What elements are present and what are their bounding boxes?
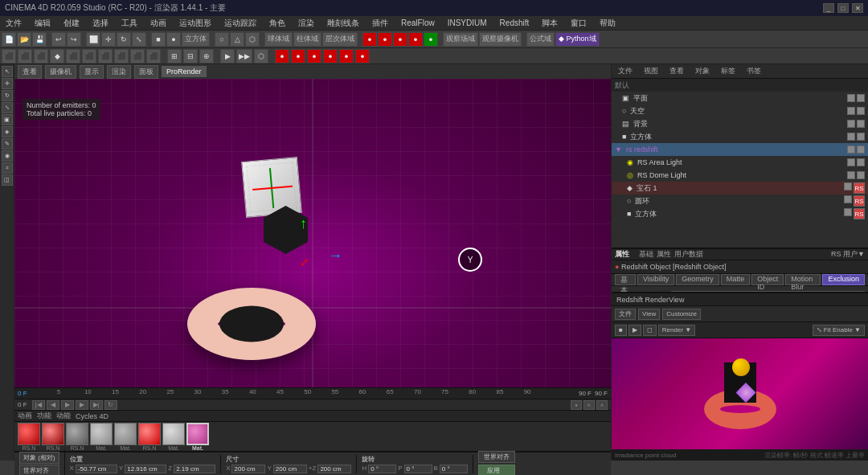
rs-tab-geometry[interactable]: Geometry bbox=[676, 274, 719, 285]
tb-watch-label[interactable]: 观察摄像机 bbox=[479, 32, 522, 47]
tb2-snap[interactable]: ⊟ bbox=[183, 49, 198, 63]
mat-preview-6[interactable] bbox=[138, 423, 161, 445]
tb-obj1[interactable]: ○ bbox=[215, 32, 229, 47]
mat-preview-5[interactable] bbox=[114, 423, 137, 445]
vp-tab-display[interactable]: 显示 bbox=[80, 65, 104, 79]
rs-tab-basic[interactable]: 基本 bbox=[615, 274, 636, 285]
mat-slot-7[interactable]: Mat. bbox=[162, 423, 185, 451]
rv-view[interactable]: View bbox=[638, 309, 660, 320]
props-section-attr[interactable]: 属性 bbox=[657, 249, 671, 260]
menu-mograph[interactable]: 运动图形 bbox=[177, 17, 214, 30]
menu-select[interactable]: 选择 bbox=[90, 17, 111, 30]
props-section-basic[interactable]: 基础 bbox=[639, 249, 653, 260]
mat-preview-2[interactable] bbox=[42, 423, 64, 445]
rv-customize[interactable]: Customize bbox=[662, 309, 701, 320]
menu-tools[interactable]: 工具 bbox=[119, 17, 140, 30]
tb2-9[interactable]: ⬛ bbox=[130, 49, 145, 63]
move-handle-y[interactable]: ↑ bbox=[300, 215, 307, 232]
tb2-8[interactable]: ⬛ bbox=[114, 49, 129, 63]
rv-file[interactable]: 文件 bbox=[615, 309, 636, 320]
sm-tab-objects[interactable]: 对象 bbox=[692, 65, 713, 77]
tb-red4[interactable]: ● bbox=[408, 32, 423, 47]
tb-sphere[interactable]: ● bbox=[166, 32, 181, 47]
obj-world-btn[interactable]: 世界对齐 bbox=[19, 465, 59, 476]
vp-tab-panel[interactable]: 面板 bbox=[134, 65, 158, 79]
size-y-val[interactable]: 200 cm bbox=[273, 465, 307, 473]
mat-preview-1[interactable] bbox=[18, 423, 40, 445]
cube2-vis-icon[interactable] bbox=[844, 208, 852, 216]
scene-item-gem[interactable]: ◆ 宝石 1 RS bbox=[612, 182, 868, 195]
rot-p-val[interactable]: 0 ° bbox=[404, 465, 432, 473]
tb2-10[interactable]: ⬛ bbox=[146, 49, 161, 63]
mat-preview-8[interactable] bbox=[186, 423, 209, 445]
world-size-btn[interactable]: 世界对齐 bbox=[478, 451, 515, 463]
tb2-2[interactable]: ⬛ bbox=[18, 49, 32, 63]
tb-box[interactable]: ■ bbox=[151, 32, 166, 47]
mat-slot-2[interactable]: RS.N bbox=[42, 423, 64, 451]
minimize-button[interactable]: _ bbox=[823, 3, 834, 13]
menu-track[interactable]: 运动跟踪 bbox=[222, 17, 259, 30]
tool-scale[interactable]: ⤡ bbox=[2, 102, 13, 113]
tb2-1[interactable]: ⬛ bbox=[2, 49, 16, 63]
cube1-render-icon[interactable] bbox=[857, 133, 865, 141]
menu-edit[interactable]: 编辑 bbox=[32, 17, 53, 30]
vp-tab-render[interactable]: 渲染 bbox=[107, 65, 131, 79]
tb2-r5[interactable]: ● bbox=[339, 49, 354, 63]
tb2-7[interactable]: ⬛ bbox=[98, 49, 113, 63]
tb-undo[interactable]: ↩ bbox=[51, 32, 66, 47]
al-vis-icon[interactable] bbox=[847, 158, 855, 166]
mat-slot-3[interactable]: RS.N bbox=[66, 423, 88, 451]
tool-brush[interactable]: ◉ bbox=[2, 150, 13, 162]
func-tab-anim[interactable]: 动画 bbox=[18, 411, 32, 421]
size-x-val[interactable]: 200 cm bbox=[231, 465, 265, 473]
cube2-tag-icon[interactable]: RS bbox=[854, 208, 865, 219]
tb2-6[interactable]: ⬛ bbox=[82, 49, 96, 63]
vp-tab-camera[interactable]: 摄像机 bbox=[45, 65, 76, 79]
tb-redo[interactable]: ↪ bbox=[67, 32, 81, 47]
tb2-render3[interactable]: ⬡ bbox=[254, 49, 268, 63]
scene-item-floor[interactable]: ▣ 平面 bbox=[612, 92, 868, 104]
dl-vis-icon[interactable] bbox=[847, 171, 855, 179]
tb-play[interactable]: ▶ bbox=[61, 400, 74, 410]
tb-select[interactable]: ⬜ bbox=[86, 32, 100, 47]
menu-plugins[interactable]: 插件 bbox=[370, 17, 391, 30]
cube1-vis-icon[interactable] bbox=[847, 133, 855, 141]
scene-list[interactable]: ▣ 平面 ○ 天空 bbox=[612, 92, 868, 248]
rv-stop[interactable]: ■ bbox=[615, 325, 627, 336]
floor-vis-icon[interactable] bbox=[847, 94, 855, 102]
scene-item-bg[interactable]: ▤ 背景 bbox=[612, 117, 868, 130]
tb2-render2[interactable]: ▶▶ bbox=[236, 49, 252, 63]
floor-render-icon[interactable] bbox=[857, 94, 865, 102]
dl-render-icon[interactable] bbox=[857, 171, 865, 179]
tb-deform3-label[interactable]: 层次体域 bbox=[322, 32, 358, 47]
tb2-grid[interactable]: ⊞ bbox=[167, 49, 182, 63]
tb-render-label[interactable]: 观察场域 bbox=[443, 32, 478, 47]
func-tab-func[interactable]: 功能 bbox=[37, 411, 51, 421]
size-z-val[interactable]: 200 cm bbox=[317, 465, 351, 473]
tb-deform2-label[interactable]: 柱体域 bbox=[293, 32, 321, 47]
sm-tab-file[interactable]: 文件 bbox=[615, 65, 636, 77]
tb-obj3[interactable]: ⬡ bbox=[245, 32, 260, 47]
tb2-r1[interactable]: ● bbox=[275, 49, 289, 63]
scene-item-domelight[interactable]: ◎ RS Dome Light bbox=[612, 169, 868, 182]
menu-anim[interactable]: 动画 bbox=[148, 17, 169, 30]
rs-tab-visibility[interactable]: Visibility bbox=[637, 274, 674, 285]
scene-item-cube1[interactable]: ■ 立方体 bbox=[612, 130, 868, 143]
rot-h-val[interactable]: 0 ° bbox=[368, 465, 396, 473]
tool-pointer[interactable]: ↖ bbox=[2, 66, 13, 77]
sky-vis-icon[interactable] bbox=[847, 107, 855, 115]
tb-red1[interactable]: ● bbox=[362, 32, 377, 47]
tb-key[interactable]: K bbox=[583, 400, 595, 410]
mat-slot-6[interactable]: RS.N bbox=[138, 423, 161, 451]
tb2-r6[interactable]: ● bbox=[355, 49, 370, 63]
tb2-4[interactable]: ◆ bbox=[50, 49, 64, 63]
torus-tag-icon[interactable]: RS bbox=[854, 195, 865, 207]
tl-track[interactable]: 5 10 15 20 25 30 35 40 45 50 55 60 65 70… bbox=[30, 388, 579, 399]
tb2-axis[interactable]: ⊕ bbox=[199, 49, 214, 63]
tb2-render1[interactable]: ▶ bbox=[220, 49, 235, 63]
tool-fill[interactable]: ◫ bbox=[2, 174, 13, 186]
tb-prev[interactable]: ◀ bbox=[47, 400, 59, 410]
props-section-user[interactable]: 用户数据 bbox=[674, 249, 703, 260]
tb-record[interactable]: ● bbox=[571, 400, 582, 410]
scene-item-arealight[interactable]: ◉ RS Area Light bbox=[612, 156, 868, 169]
